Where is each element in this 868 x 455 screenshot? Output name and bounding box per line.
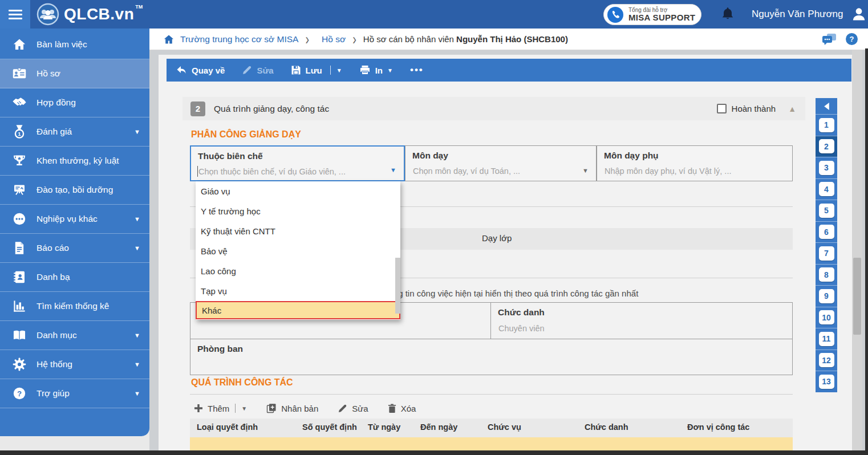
sidebar-item-bao-cao[interactable]: Báo cáo ▼	[0, 234, 149, 263]
section-nav-12[interactable]: 12	[816, 350, 837, 371]
print-button[interactable]: In ▼	[359, 65, 393, 75]
sidebar-item-danh-ba[interactable]: Danh bạ	[0, 263, 149, 292]
section-nav-2-active[interactable]: 2	[816, 136, 837, 157]
section-nav-6[interactable]: 6	[816, 221, 837, 243]
duplicate-button[interactable]: Nhân bản	[266, 403, 318, 413]
dropdown-option-y-te-truong-hoc[interactable]: Y tế trường học	[196, 201, 400, 221]
chuc-danh-field[interactable]: Chức danh Chuyên viên	[490, 302, 793, 339]
dropdown-option-ky-thuat-vien-cntt[interactable]: Kỹ thuật viên CNTT	[196, 221, 400, 241]
misa-support-button[interactable]: Tổng đài hỗ trợ MISA SUPPORT	[603, 4, 701, 25]
back-button[interactable]: Quay về	[176, 65, 225, 75]
gear-icon	[10, 358, 29, 371]
notification-bell-button[interactable]	[720, 6, 737, 23]
mon-day-phu-input[interactable]: Môn dạy phụ Nhập môn dạy phụ, ví dụ Vật …	[597, 145, 793, 181]
sidebar-item-he-thong[interactable]: Hệ thống ▼	[0, 350, 149, 379]
phong-ban-field[interactable]: Phòng ban	[190, 339, 793, 375]
mon-day-combobox[interactable]: Môn dạy Chọn môn dạy, ví dụ Toán, ... ▼	[405, 145, 597, 181]
id-card-icon	[10, 67, 29, 80]
delete-row-button[interactable]: Xóa	[388, 404, 416, 413]
page-scrollbar-track[interactable]	[852, 50, 862, 450]
section-nav-7[interactable]: 7	[816, 242, 837, 264]
sidebar-item-hop-dong[interactable]: Hợp đồng	[0, 88, 149, 117]
divider	[330, 66, 331, 75]
sidebar-item-label: Báo cáo	[36, 243, 69, 253]
homeroom-col-day-lop: Dạy lớp	[482, 233, 512, 243]
save-button-label: Lưu	[306, 66, 322, 75]
thuoc-bien-che-combobox[interactable]: Thuộc biên chế Chọn thuộc biên chế, ví d…	[190, 145, 405, 181]
col-don-vi-cong-tac: Đơn vị công tác	[687, 422, 749, 432]
breadcrumb-section[interactable]: Hồ sơ	[322, 34, 346, 44]
sidebar-item-dao-tao-boi-duong[interactable]: Đào tạo, bồi dưỡng	[0, 176, 149, 205]
duplicate-icon	[266, 403, 277, 413]
col-den-ngay: Đến ngày	[420, 422, 457, 432]
section-nav-10[interactable]: 10	[816, 307, 837, 328]
chevron-down-icon: ▼	[134, 216, 140, 222]
sidebar-nav: Bàn làm việc Hồ sơ Hợp đồng 1 Đánh giá ▼…	[0, 29, 149, 436]
add-dropdown-caret[interactable]: ▼	[241, 405, 247, 412]
add-button[interactable]: Thêm ▼	[194, 404, 247, 413]
collapse-section-icon[interactable]: ▲	[788, 104, 796, 113]
nav-collapse-arrow[interactable]	[816, 98, 837, 114]
section-nav-strip: 1 2 3 4 5 6 7 8 9 10 11 12 13	[816, 98, 837, 392]
dropdown-option-tap-vu[interactable]: Tạp vụ	[196, 281, 400, 301]
section-nav-3[interactable]: 3	[816, 157, 837, 178]
divider	[235, 404, 236, 413]
page-scrollbar-thumb[interactable]	[853, 258, 861, 335]
save-dropdown-caret[interactable]: ▼	[336, 67, 342, 74]
sidebar-item-danh-gia[interactable]: 1 Đánh giá ▼	[0, 117, 149, 147]
sidebar-item-ban-lam-viec[interactable]: Bàn làm việc	[0, 30, 149, 59]
work-history-toolbar: Thêm ▼ Nhân bản Sửa Xóa	[194, 399, 416, 418]
sidebar-item-tro-giup[interactable]: ? Trợ giúp ▼	[0, 379, 149, 408]
current-job-note: Thông tin công việc hiện tại hiển thị th…	[379, 289, 638, 298]
section-nav-4[interactable]: 4	[816, 178, 837, 200]
dropdown-option-khac-highlighted[interactable]: Khác	[196, 301, 400, 319]
save-button[interactable]: Lưu ▼	[291, 65, 342, 75]
complete-checkbox[interactable]	[717, 104, 727, 113]
work-history-selected-row[interactable]	[190, 437, 793, 450]
dropdown-option-lao-cong[interactable]: Lao công	[196, 261, 400, 281]
dropdown-scrollbar-thumb[interactable]	[395, 258, 400, 314]
sidebar-item-danh-muc[interactable]: Danh mục ▼	[0, 321, 149, 350]
sidebar-item-nghiep-vu-khac[interactable]: Nghiệp vụ khác ▼	[0, 205, 149, 234]
sidebar-item-label: Hệ thống	[36, 359, 72, 369]
help-icon[interactable]: ?	[846, 33, 858, 45]
section-nav-1[interactable]: 1	[816, 114, 837, 136]
mon-day-label: Môn dạy	[412, 151, 448, 161]
section-nav-5[interactable]: 5	[816, 200, 837, 221]
home-icon	[10, 38, 29, 51]
brand-logo[interactable]: QLCB.vn TM	[36, 3, 143, 26]
section-nav-9[interactable]: 9	[816, 285, 837, 307]
window-edge-right	[865, 48, 868, 455]
sidebar-item-ho-so[interactable]: Hồ sơ	[0, 59, 149, 88]
people-logo-icon	[36, 3, 59, 26]
combobox-arrow-icon[interactable]: ▼	[390, 166, 396, 173]
edit-row-button[interactable]: Sửa	[338, 404, 368, 413]
sidebar-item-label: Đánh giá	[36, 127, 72, 137]
save-icon	[291, 65, 301, 75]
section-nav-13[interactable]: 13	[816, 371, 837, 392]
breadcrumb-current: Hồ sơ cán bộ nhân viên Nguyễn Thị Hảo (S…	[363, 34, 568, 44]
breadcrumb-root[interactable]: Trường trung học cơ sở MISA	[180, 34, 298, 44]
more-actions-button[interactable]: •••	[410, 64, 424, 76]
assignment-heading: PHÂN CÔNG GIẢNG DẠY	[191, 129, 301, 140]
section-nav-11[interactable]: 11	[816, 328, 837, 350]
breadcrumb-current-prefix: Hồ sơ cán bộ nhân viên	[363, 34, 456, 44]
feedback-chat-icon[interactable]	[822, 33, 837, 46]
col-so-quyet-dinh: Số quyết định	[302, 422, 357, 432]
user-menu[interactable]: Nguyễn Văn Phương	[752, 0, 867, 29]
print-dropdown-caret[interactable]: ▼	[387, 67, 393, 74]
record-toolbar: Quay về Sửa Lưu ▼ In ▼ •••	[167, 59, 851, 82]
edit-button[interactable]: Sửa	[242, 65, 273, 75]
dropdown-option-bao-ve[interactable]: Bảo vệ	[196, 241, 400, 261]
plus-icon	[194, 404, 203, 413]
breadcrumb-current-name: Nguyễn Thị Hảo (SHCB100)	[456, 34, 568, 44]
sidebar-item-tim-kiem-thong-ke[interactable]: Tìm kiếm thống kê	[0, 292, 149, 321]
mon-day-placeholder: Chọn môn dạy, ví dụ Toán, ...	[413, 166, 520, 176]
hamburger-menu-button[interactable]	[0, 0, 30, 29]
report-document-icon	[10, 241, 29, 255]
home-icon[interactable]	[163, 34, 175, 45]
section-nav-8[interactable]: 8	[816, 264, 837, 286]
combobox-arrow-icon[interactable]: ▼	[582, 167, 589, 174]
sidebar-item-khen-thuong-ky-luat[interactable]: Khen thưởng, kỷ luật	[0, 147, 149, 176]
dropdown-option-giao-vu[interactable]: Giáo vụ	[196, 181, 400, 201]
